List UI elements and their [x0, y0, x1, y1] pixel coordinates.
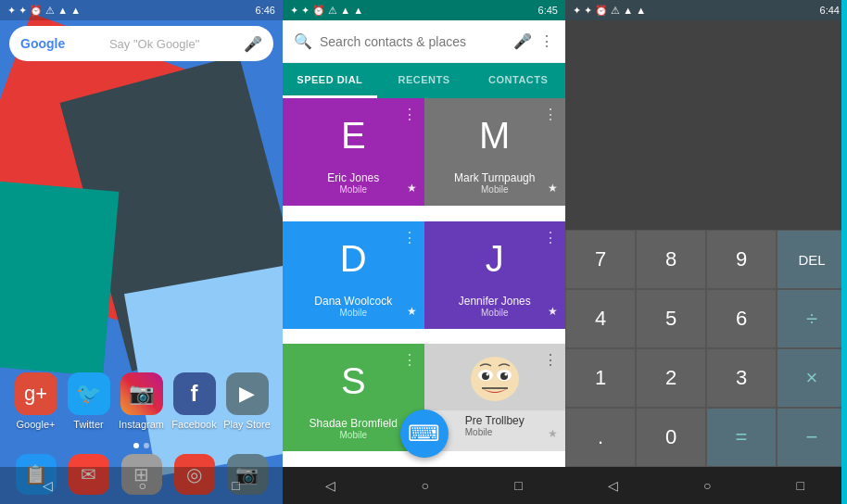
calc-status-bar: ✦ ✦ ⏰ ⚠ ▲ ▲ 6:44: [565, 0, 847, 20]
calc-home-button[interactable]: ○: [703, 478, 711, 493]
phone-home-button[interactable]: ○: [422, 478, 429, 493]
google-plus-icon: g+: [15, 372, 57, 415]
home-search-bar[interactable]: Google Say "Ok Google" 🎤: [9, 26, 273, 61]
dana-woolcock-name: Dana Woolcock: [314, 295, 392, 308]
pre-trollbey-info: Pre Trollbey Mobile: [458, 410, 532, 441]
phone-status-time: 6:45: [538, 5, 558, 16]
svg-point-0: [471, 357, 519, 401]
svg-point-6: [504, 373, 507, 376]
contact-search-input[interactable]: Search contacts & places: [320, 34, 506, 49]
calc-btn-7[interactable]: 7: [565, 230, 636, 289]
jennifer-jones-name: Jennifer Jones: [459, 295, 531, 308]
pre-trollbey-type: Mobile: [465, 427, 525, 437]
calc-btn-minus[interactable]: −: [777, 408, 847, 467]
home-status-bar: ✦ ✦ ⏰ ⚠ ▲ ▲ 6:46: [0, 0, 283, 20]
mark-turnpaugh-name: Mark Turnpaugh: [454, 171, 535, 184]
calc-btn-divide[interactable]: ÷: [777, 289, 847, 348]
mark-turnpaugh-star[interactable]: ★: [548, 182, 558, 195]
calc-nav-bar: ◁ ○ □: [565, 467, 847, 504]
calc-btn-6[interactable]: 6: [706, 289, 777, 348]
calc-btn-3[interactable]: 3: [706, 348, 777, 408]
play-store-icon: ▶: [226, 372, 269, 415]
eric-jones-more[interactable]: ⋮: [402, 106, 417, 123]
shadae-bromfield-letter: S: [341, 360, 366, 402]
calc-btn-0[interactable]: 0: [636, 408, 706, 467]
svg-point-5: [486, 373, 488, 376]
calc-btn-8[interactable]: 8: [636, 230, 706, 289]
contact-dana-woolcock[interactable]: ⋮ D Dana Woolcock Mobile ★: [283, 221, 424, 329]
tab-speed-dial[interactable]: SPEED DIAL: [283, 63, 377, 98]
app-twitter[interactable]: 🐦 Twitter: [64, 372, 114, 430]
phone-mic-icon[interactable]: 🎤: [513, 32, 532, 50]
instagram-icon: 📷: [120, 372, 163, 415]
calc-recents-button[interactable]: □: [797, 478, 804, 493]
google-plus-label: Google+: [17, 419, 56, 430]
dot-2: [144, 443, 149, 448]
pre-trollbey-name: Pre Trollbey: [465, 414, 525, 427]
contact-eric-jones[interactable]: ⋮ E Eric Jones Mobile ★: [283, 98, 424, 206]
contact-jennifer-jones[interactable]: ⋮ J Jennifer Jones Mobile ★: [424, 221, 566, 329]
eric-jones-star[interactable]: ★: [407, 182, 417, 195]
calculator-screen: ✦ ✦ ⏰ ⚠ ▲ ▲ 6:44 7 8 9 DEL 4 5 6 ÷ 1 2 3…: [565, 0, 847, 504]
home-status-icons: ✦ ✦ ⏰ ⚠ ▲ ▲: [7, 5, 81, 17]
calc-display: [565, 20, 847, 230]
teal-accent: [841, 0, 847, 504]
facebook-icon: f: [173, 372, 216, 415]
dial-fab[interactable]: ⌨: [400, 410, 449, 458]
recents-button[interactable]: □: [232, 478, 239, 493]
app-facebook[interactable]: f Facebook: [170, 372, 220, 430]
dot-1: [133, 443, 139, 448]
app-play-store[interactable]: ▶ Play Store: [222, 372, 272, 430]
facebook-label: Facebook: [171, 419, 216, 430]
phone-search-icon: 🔍: [294, 32, 312, 50]
shadae-bromfield-more[interactable]: ⋮: [402, 351, 417, 369]
home-button[interactable]: ○: [139, 478, 146, 493]
home-nav-bar: ◁ ○ □: [0, 467, 283, 504]
phone-tabs: SPEED DIAL RECENTS CONTACTS: [283, 63, 565, 98]
tab-contacts[interactable]: CONTACTS: [471, 63, 565, 98]
phone-recents-button[interactable]: □: [514, 478, 522, 493]
calc-btn-del[interactable]: DEL: [777, 230, 847, 289]
phone-more-icon[interactable]: ⋮: [539, 32, 554, 50]
mark-turnpaugh-more[interactable]: ⋮: [543, 106, 558, 123]
mic-icon[interactable]: 🎤: [244, 35, 262, 53]
app-instagram[interactable]: 📷 Instagram: [117, 372, 167, 430]
dana-woolcock-more[interactable]: ⋮: [402, 229, 417, 246]
calc-btn-equals[interactable]: =: [706, 408, 777, 467]
back-button[interactable]: ◁: [43, 478, 53, 493]
contact-mark-turnpaugh[interactable]: ⋮ M Mark Turnpaugh Mobile ★: [424, 98, 566, 206]
home-apps-row: g+ Google+ 🐦 Twitter 📷 Instagram f Faceb…: [0, 372, 283, 430]
phone-nav-bar: ◁ ○ □: [283, 467, 565, 504]
phone-search-bar[interactable]: 🔍 Search contacts & places 🎤 ⋮: [283, 20, 565, 63]
jennifer-jones-letter: J: [486, 238, 504, 280]
calc-btn-2[interactable]: 2: [636, 348, 706, 408]
eric-jones-name: Eric Jones: [327, 171, 379, 184]
google-logo: Google: [20, 36, 65, 51]
jennifer-jones-more[interactable]: ⋮: [543, 229, 558, 246]
pre-trollbey-star[interactable]: ★: [548, 427, 558, 440]
calc-btn-5[interactable]: 5: [636, 289, 706, 348]
app-google-plus[interactable]: g+ Google+: [11, 372, 61, 430]
shadae-bromfield-name: Shadae Bromfield: [310, 417, 398, 430]
jennifer-jones-star[interactable]: ★: [548, 305, 558, 318]
calc-btn-dot[interactable]: .: [565, 408, 636, 467]
calc-back-button[interactable]: ◁: [608, 478, 618, 493]
dana-woolcock-star[interactable]: ★: [407, 305, 417, 318]
calc-btn-9[interactable]: 9: [706, 230, 777, 289]
mark-turnpaugh-letter: M: [479, 115, 510, 157]
home-screen: ✦ ✦ ⏰ ⚠ ▲ ▲ 6:46 Google Say "Ok Google" …: [0, 0, 283, 504]
tab-recents[interactable]: RECENTS: [377, 63, 472, 98]
phone-back-button[interactable]: ◁: [325, 478, 335, 493]
pre-trollbey-more[interactable]: ⋮: [543, 351, 558, 369]
twitter-icon: 🐦: [68, 372, 110, 415]
dana-woolcock-type: Mobile: [340, 308, 367, 318]
calc-btn-multiply[interactable]: ×: [777, 348, 847, 408]
jennifer-jones-type: Mobile: [481, 308, 508, 318]
search-hint: Say "Ok Google": [65, 37, 244, 51]
calc-status-time: 6:44: [820, 5, 840, 16]
calc-btn-1[interactable]: 1: [565, 348, 636, 408]
calc-btn-4[interactable]: 4: [565, 289, 636, 348]
instagram-label: Instagram: [119, 419, 164, 430]
eric-jones-type: Mobile: [340, 184, 367, 195]
phone-status-bar: ✦ ✦ ⏰ ⚠ ▲ ▲ 6:45: [283, 0, 565, 20]
